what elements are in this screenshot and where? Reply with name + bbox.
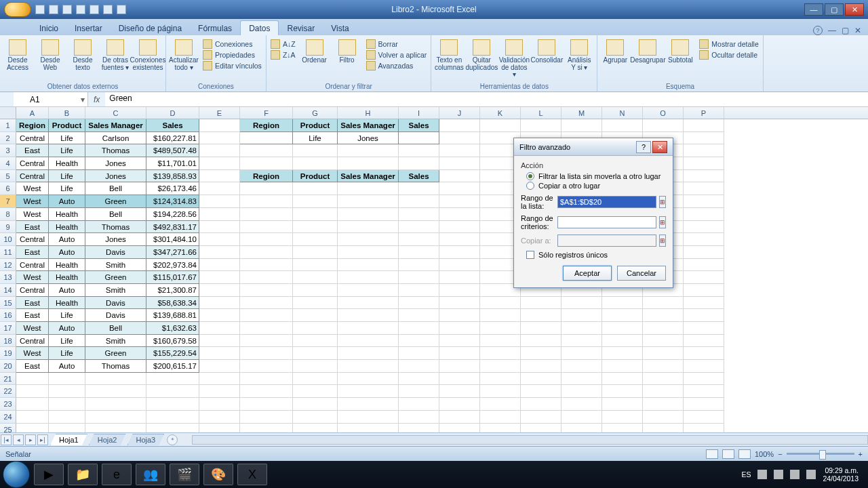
cell[interactable]: Auto [49,233,85,246]
cell[interactable] [399,132,439,145]
tool-validaci-n-de-datos-[interactable]: Validación de datos ▾ [499,38,529,80]
cell[interactable] [293,411,338,424]
cell[interactable]: Thomas [85,144,146,157]
cell[interactable] [561,297,602,310]
cell[interactable]: West [16,208,49,221]
cell[interactable]: Product [293,119,338,132]
cell[interactable] [199,119,240,132]
start-button[interactable] [3,461,30,488]
cell[interactable] [439,182,480,195]
cell[interactable] [399,182,439,195]
cell[interactable] [439,132,480,145]
cell[interactable] [480,360,521,373]
cell[interactable] [240,297,293,310]
minimize-button[interactable]: — [804,3,823,16]
tool-texto-en-columnas[interactable]: Texto en columnas [434,38,464,73]
cell[interactable] [199,284,240,297]
cell[interactable] [293,322,338,335]
cell[interactable] [399,335,439,348]
cell[interactable] [49,424,85,433]
cell[interactable] [602,360,643,373]
row-header[interactable]: 13 [0,271,16,284]
clock[interactable]: 09:29 a.m. 24/04/2013 [823,466,859,483]
column-header-E[interactable]: E [199,107,240,119]
cell[interactable] [643,347,684,360]
cell[interactable] [199,360,240,373]
cell[interactable] [338,233,399,246]
cell[interactable]: Central [16,157,49,170]
cell[interactable] [399,347,439,360]
radio-copy-to[interactable]: Copiar a otro lugar [526,182,666,190]
cell[interactable] [439,119,480,132]
cell[interactable] [684,424,724,433]
cell[interactable] [199,385,240,398]
cell[interactable] [240,221,293,234]
cell[interactable] [338,360,399,373]
cell[interactable]: $21,300.87 [146,284,199,297]
cell[interactable] [602,309,643,322]
cell[interactable]: $155,229.54 [146,347,199,360]
cell[interactable]: East [16,221,49,234]
row-header[interactable]: 14 [0,284,16,297]
refresh-all-button[interactable]: Actualizar todo ▾ [169,38,199,73]
dialog-help-button[interactable]: ? [636,141,651,153]
cell[interactable] [684,170,724,183]
cell[interactable]: Central [16,335,49,348]
ext-desde-access[interactable]: Desde Access [3,38,33,73]
tab-datos[interactable]: Datos [240,20,279,35]
out-desagrupar[interactable]: Desagrupar [633,38,663,66]
cell[interactable]: Thomas [85,221,146,234]
cell[interactable] [439,157,480,170]
cell[interactable] [684,398,724,411]
filter-button[interactable]: Filtro [332,38,362,66]
mdi-close-icon[interactable]: ✕ [854,26,861,35]
cell[interactable] [439,259,480,272]
cell[interactable] [561,398,602,411]
ok-button[interactable]: Aceptar [563,266,612,281]
cell[interactable] [240,157,293,170]
qat-quickprint-icon[interactable] [90,5,99,14]
cell[interactable] [399,424,439,433]
cell[interactable] [439,322,480,335]
cell[interactable] [293,385,338,398]
cell[interactable] [240,271,293,284]
cell[interactable] [643,335,684,348]
cell[interactable] [643,119,684,132]
cell[interactable] [240,385,293,398]
cell[interactable] [85,385,146,398]
qat-redo-icon[interactable] [62,5,72,14]
cell[interactable]: Central [16,132,49,145]
cell[interactable]: $301,484.10 [146,233,199,246]
tab-insertar[interactable]: Insertar [66,21,111,35]
cell[interactable]: $1,632.63 [146,322,199,335]
cell[interactable] [338,208,399,221]
cell[interactable]: Life [293,132,338,145]
cell[interactable]: Auto [49,322,85,335]
cell[interactable] [49,385,85,398]
cell[interactable] [399,195,439,208]
cell[interactable]: Auto [49,360,85,373]
cell[interactable] [399,233,439,246]
cell[interactable] [240,322,293,335]
cell[interactable] [199,398,240,411]
sort-desc-button[interactable]: Z↓A [269,50,297,60]
cell[interactable] [199,271,240,284]
list-range-picker-icon[interactable]: ⊞ [659,196,666,208]
out-ocultar-detalle[interactable]: Ocultar detalle [698,50,760,60]
cell[interactable]: Davis [85,297,146,310]
dialog-titlebar[interactable]: Filtro avanzado ? ✕ [514,138,673,156]
filt-borrar[interactable]: Borrar [365,39,429,49]
view-layout-button[interactable] [722,449,734,459]
cell[interactable]: $160,679.58 [146,335,199,348]
cell[interactable] [399,157,439,170]
cell[interactable]: East [16,246,49,259]
sheet-nav-next[interactable]: ▸ [25,434,36,445]
column-header-D[interactable]: D [146,107,199,119]
column-header-B[interactable]: B [49,107,85,119]
cell[interactable]: Thomas [85,360,146,373]
cell[interactable] [521,411,561,424]
cell[interactable]: Sales Manager [338,170,399,183]
cell[interactable] [199,335,240,348]
cell[interactable] [480,411,521,424]
cell[interactable] [399,144,439,157]
